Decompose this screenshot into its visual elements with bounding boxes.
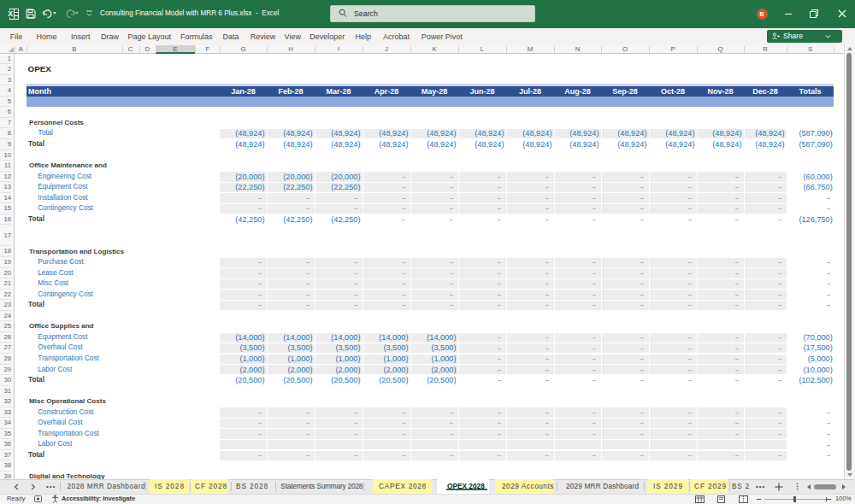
svg-text:X: X [8,9,13,18]
